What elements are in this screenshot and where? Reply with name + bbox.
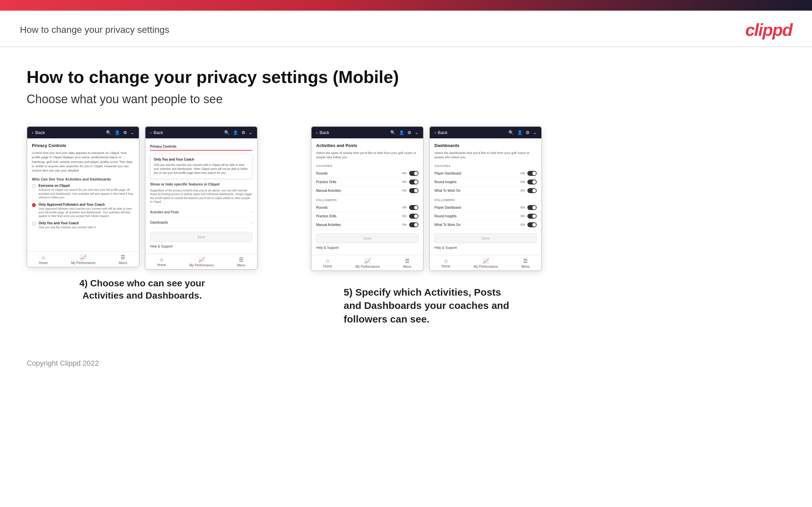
bottom-home-1[interactable]: ⌂ Home <box>39 255 48 265</box>
toggle-switch-f-rounds[interactable] <box>409 205 418 210</box>
toggle-switch-c-rounds[interactable] <box>409 171 418 176</box>
option1-title: Everyone on Clippd <box>39 184 134 187</box>
save-btn-3[interactable]: Save <box>316 233 418 243</box>
back-chevron-icon: ‹ <box>32 130 33 135</box>
bottom-home-3[interactable]: ⌂ Home <box>323 258 332 268</box>
search-icon-2[interactable]: 🔍 <box>224 130 230 135</box>
toggle-coaches-round-insights[interactable]: Round Insights ON <box>435 178 537 186</box>
more-icon-1[interactable]: ⌄ <box>131 130 134 135</box>
radio-option-3[interactable]: Only You and Your Coach Only you and the… <box>32 221 134 229</box>
activities-posts-label: Activities and Posts <box>150 210 179 214</box>
help-support-2[interactable]: Help & Support <box>150 242 252 249</box>
help-support-4[interactable]: Help & Support <box>435 243 537 250</box>
bottom-performance-1[interactable]: 📈 My Performance <box>71 254 95 265</box>
back-chevron-icon-4: ‹ <box>435 130 436 135</box>
bottom-home-4[interactable]: ⌂ Home <box>441 258 450 268</box>
settings-icon-3[interactable]: ⚙ <box>407 130 411 135</box>
home-icon-2: ⌂ <box>160 257 163 263</box>
back-chevron-icon-3: ‹ <box>316 130 317 135</box>
page-title: How to change your privacy settings (Mob… <box>27 67 785 87</box>
bottom-performance-2[interactable]: 📈 My Performance <box>189 257 213 267</box>
bottom-menu-4[interactable]: ☰ Menu <box>521 258 530 269</box>
toggle-coaches-rounds[interactable]: Rounds ON <box>316 169 418 178</box>
header-title: How to change your privacy settings <box>20 24 169 35</box>
menu-label-2: Menu <box>237 264 245 267</box>
settings-icon-2[interactable]: ⚙ <box>242 130 245 135</box>
phone-back-4[interactable]: ‹ Back <box>435 130 447 135</box>
menu-label-1: Menu <box>119 261 127 265</box>
bottom-performance-4[interactable]: 📈 My Performance <box>473 258 498 269</box>
dashboards-row[interactable]: Dashboards › <box>150 218 252 228</box>
toggle-followers-what-to-work[interactable]: What To Work On ON <box>435 221 537 229</box>
save-btn-2[interactable]: Save <box>150 232 252 242</box>
toggle-switch-f-work[interactable] <box>527 222 537 227</box>
more-icon-2[interactable]: ⌄ <box>249 130 252 135</box>
on-label-c-drills: ON <box>402 180 407 183</box>
toggle-switch-f-manual[interactable] <box>409 222 418 227</box>
toggle-group-f-work: ON <box>520 222 537 227</box>
toggle-switch-f-player[interactable] <box>527 205 537 210</box>
toggle-coaches-drills[interactable]: Practice Drills ON <box>316 178 418 186</box>
page-subtitle: Choose what you want people to see <box>27 92 785 106</box>
home-label-4: Home <box>441 265 450 268</box>
menu-label-4: Menu <box>521 265 530 269</box>
radio-option-2[interactable]: Only Approved Followers and Your Coach O… <box>32 203 134 218</box>
profile-icon-1[interactable]: 👤 <box>114 130 120 135</box>
search-icon-3[interactable]: 🔍 <box>390 130 396 135</box>
phone-content-2: Privacy Controls Only You and Your Coach… <box>146 138 257 253</box>
toggle-followers-drills[interactable]: Practice Drills ON <box>316 212 418 221</box>
activities-posts-row[interactable]: Activities and Posts › <box>150 207 252 218</box>
on-label-f-player: ON <box>520 206 525 209</box>
toggle-switch-c-insights[interactable] <box>527 179 537 184</box>
toggle-coaches-what-to-work[interactable]: What To Work On ON <box>435 186 537 195</box>
settings-icon-1[interactable]: ⚙ <box>123 130 127 135</box>
bottom-menu-2[interactable]: ☰ Menu <box>237 257 245 267</box>
phone-nav-icons-3: 🔍 👤 ⚙ ⌄ <box>390 130 418 135</box>
bottom-menu-1[interactable]: ☰ Menu <box>119 254 127 265</box>
phone-bottom-nav-4: ⌂ Home 📈 My Performance ☰ Menu <box>430 255 541 270</box>
privacy-controls-tab[interactable]: Privacy Controls <box>150 143 180 151</box>
coaches-player-dash-label: Player Dashboard <box>435 172 461 175</box>
phone-back-2[interactable]: ‹ Back <box>150 130 163 135</box>
settings-icon-4[interactable]: ⚙ <box>526 130 530 135</box>
toggle-switch-f-drills[interactable] <box>409 214 418 219</box>
caption5-line1: 5) Specify which Activities, Posts <box>344 287 501 298</box>
toggle-coaches-manual[interactable]: Manual Activities ON <box>316 186 418 195</box>
on-label-f-insights: ON <box>520 214 525 218</box>
bottom-menu-3[interactable]: ☰ Menu <box>403 258 411 269</box>
toggle-followers-player-dash[interactable]: Player Dashboard ON <box>435 204 537 212</box>
toggle-followers-manual[interactable]: Manual Activities ON <box>316 221 418 229</box>
profile-icon-4[interactable]: 👤 <box>517 130 522 135</box>
coaches-round-insights-label: Round Insights <box>435 180 457 184</box>
home-label-1: Home <box>39 261 48 265</box>
bottom-performance-3[interactable]: 📈 My Performance <box>355 258 379 269</box>
toggle-switch-f-insights[interactable] <box>527 214 537 219</box>
followers-round-insights-label: Round Insights <box>435 214 457 218</box>
toggle-switch-c-manual[interactable] <box>409 188 418 193</box>
profile-icon-3[interactable]: 👤 <box>399 130 404 135</box>
phone-back-3[interactable]: ‹ Back <box>316 130 329 135</box>
toggle-switch-c-drills[interactable] <box>409 179 418 184</box>
search-icon-1[interactable]: 🔍 <box>106 130 111 135</box>
help-support-3[interactable]: Help & Support <box>316 243 418 250</box>
toggle-followers-round-insights[interactable]: Round Insights ON <box>435 212 537 221</box>
home-icon-1: ⌂ <box>42 255 45 261</box>
more-icon-3[interactable]: ⌄ <box>415 130 418 135</box>
radio-circle-3 <box>32 222 36 226</box>
toggle-switch-c-work[interactable] <box>527 188 537 193</box>
bottom-home-2[interactable]: ⌂ Home <box>157 257 166 267</box>
toggle-coaches-player-dash[interactable]: Player Dashboard ON <box>435 169 537 178</box>
profile-icon-2[interactable]: 👤 <box>233 130 238 135</box>
save-btn-4[interactable]: Save <box>435 233 537 243</box>
on-label-f-drills: ON <box>402 214 407 218</box>
toggle-followers-rounds[interactable]: Rounds ON <box>316 204 418 212</box>
search-icon-4[interactable]: 🔍 <box>508 130 514 135</box>
more-icon-4[interactable]: ⌄ <box>533 130 537 135</box>
toggle-switch-c-player[interactable] <box>527 171 537 176</box>
home-icon-3: ⌂ <box>326 258 329 264</box>
radio-option-1[interactable]: Everyone on Clippd Everyone on Clippd ca… <box>32 184 134 199</box>
menu-icon-1: ☰ <box>120 254 125 261</box>
who-can-see-title: Who Can See Your Activities and Dashboar… <box>32 177 134 181</box>
activities-posts-title: Activities and Posts <box>316 143 418 148</box>
phone-back-1[interactable]: ‹ Back <box>32 130 45 135</box>
